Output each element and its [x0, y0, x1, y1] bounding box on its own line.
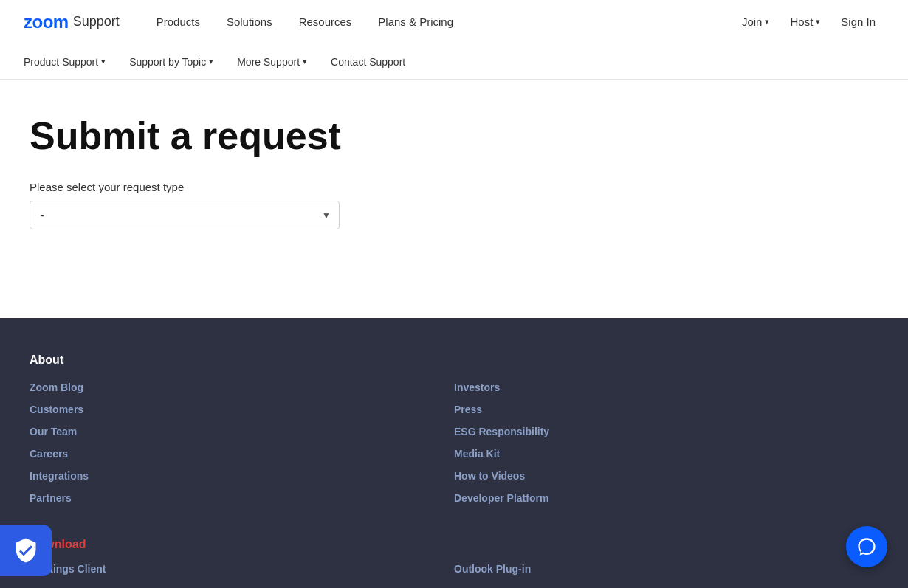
footer-about-title: About [30, 353, 878, 367]
subnav-more-support[interactable]: More Support ▾ [225, 44, 319, 80]
sub-nav: Product Support ▾ Support by Topic ▾ Mor… [0, 44, 908, 80]
product-support-chevron-icon: ▾ [101, 57, 106, 66]
nav-sign-in[interactable]: Sign In [832, 0, 884, 44]
footer-download-right: Outlook Plug-in [454, 563, 878, 585]
footer-meetings-client[interactable]: Meetings Client [30, 563, 454, 575]
footer-columns: Zoom Blog Customers Our Team Careers Int… [30, 381, 878, 514]
nav-resources[interactable]: Resources [286, 0, 365, 44]
subnav-support-by-topic[interactable]: Support by Topic ▾ [117, 44, 225, 80]
footer-investors[interactable]: Investors [454, 381, 878, 393]
chat-fab-button[interactable] [846, 526, 887, 567]
footer-our-team[interactable]: Our Team [30, 426, 454, 437]
more-support-chevron-icon: ▾ [303, 57, 307, 66]
footer-how-to-videos[interactable]: How to Videos [454, 470, 878, 482]
footer-left-col: Zoom Blog Customers Our Team Careers Int… [30, 381, 454, 514]
request-type-select-wrapper: - Technical Support Billing Account Mana… [30, 201, 340, 229]
host-chevron-icon: ▾ [816, 17, 820, 27]
logo[interactable]: zoom Support [24, 12, 120, 32]
support-label: Support [73, 14, 120, 30]
footer-press[interactable]: Press [454, 404, 878, 415]
chat-icon [856, 536, 877, 557]
support-by-topic-chevron-icon: ▾ [209, 57, 213, 66]
join-chevron-icon: ▾ [765, 17, 769, 27]
footer-download-section-title: Download [30, 538, 878, 551]
footer-customers[interactable]: Customers [30, 404, 454, 415]
footer-zoom-blog[interactable]: Zoom Blog [30, 381, 454, 393]
top-nav-links: Products Solutions Resources Plans & Pri… [143, 0, 733, 44]
nav-host[interactable]: Host ▾ [781, 0, 829, 44]
footer-right-col: Investors Press ESG Responsibility Media… [454, 381, 878, 514]
footer-developer-platform[interactable]: Developer Platform [454, 492, 878, 504]
security-badge[interactable] [0, 525, 52, 576]
top-nav-right: Join ▾ Host ▾ Sign In [733, 0, 884, 44]
subnav-product-support[interactable]: Product Support ▾ [24, 44, 117, 80]
page-title: Submit a request [30, 115, 878, 157]
request-type-select[interactable]: - Technical Support Billing Account Mana… [30, 201, 340, 229]
nav-products[interactable]: Products [143, 0, 213, 44]
nav-plans-pricing[interactable]: Plans & Pricing [365, 0, 467, 44]
footer-partners[interactable]: Partners [30, 492, 454, 504]
zoom-logo: zoom [24, 12, 69, 32]
nav-join[interactable]: Join ▾ [733, 0, 779, 44]
footer-download-left: Meetings Client [30, 563, 454, 585]
footer-download-columns: Meetings Client Outlook Plug-in [30, 563, 878, 585]
footer: About Zoom Blog Customers Our Team Caree… [0, 318, 908, 588]
footer-careers[interactable]: Careers [30, 448, 454, 460]
shield-icon [13, 537, 39, 564]
footer-integrations[interactable]: Integrations [30, 470, 454, 482]
footer-outlook-plugin[interactable]: Outlook Plug-in [454, 563, 878, 575]
top-nav: zoom Support Products Solutions Resource… [0, 0, 908, 44]
footer-media-kit[interactable]: Media Kit [454, 448, 878, 460]
subnav-contact-support[interactable]: Contact Support [319, 44, 417, 80]
footer-esg[interactable]: ESG Responsibility [454, 426, 878, 437]
main-content: Submit a request Please select your requ… [0, 80, 908, 318]
nav-solutions[interactable]: Solutions [213, 0, 286, 44]
request-type-label: Please select your request type [30, 181, 878, 193]
